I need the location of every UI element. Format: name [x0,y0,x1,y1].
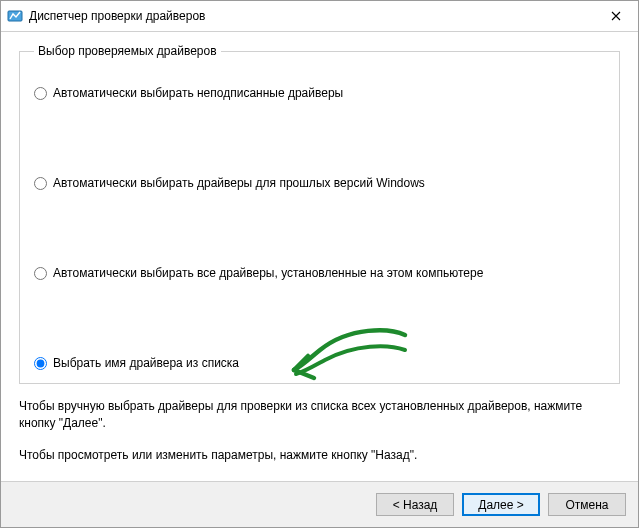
group-legend: Выбор проверяемых драйверов [34,44,221,58]
help-text-p2: Чтобы просмотреть или изменить параметры… [19,447,620,464]
radio-unsigned-label[interactable]: Автоматически выбирать неподписанные дра… [53,86,343,100]
radio-alldrivers[interactable] [34,267,47,280]
radio-row-fromlist: Выбрать имя драйвера из списка [34,356,239,370]
close-icon [611,11,621,21]
close-button[interactable] [593,1,638,31]
radio-fromlist[interactable] [34,357,47,370]
next-button[interactable]: Далее > [462,493,540,516]
dialog-window: Диспетчер проверки драйверов Выбор прове… [0,0,639,528]
radio-row-oldwin: Автоматически выбирать драйверы для прош… [34,176,425,190]
radio-oldwin-label[interactable]: Автоматически выбирать драйверы для прош… [53,176,425,190]
help-text-p1: Чтобы вручную выбрать драйверы для прове… [19,398,620,433]
radio-unsigned[interactable] [34,87,47,100]
window-title: Диспетчер проверки драйверов [29,9,205,23]
client-area: Выбор проверяемых драйверов Автоматическ… [1,32,638,481]
driver-selection-group: Выбор проверяемых драйверов Автоматическ… [19,44,620,384]
titlebar: Диспетчер проверки драйверов [1,1,638,32]
radio-alldrivers-label[interactable]: Автоматически выбирать все драйверы, уст… [53,266,483,280]
back-button[interactable]: < Назад [376,493,454,516]
radio-row-alldrivers: Автоматически выбирать все драйверы, уст… [34,266,483,280]
app-icon [7,8,23,24]
radio-oldwin[interactable] [34,177,47,190]
radio-fromlist-label[interactable]: Выбрать имя драйвера из списка [53,356,239,370]
cancel-button[interactable]: Отмена [548,493,626,516]
wizard-footer: < Назад Далее > Отмена [1,481,638,527]
help-text: Чтобы вручную выбрать драйверы для прове… [19,398,620,464]
arrow-annotation [280,320,410,390]
radio-row-unsigned: Автоматически выбирать неподписанные дра… [34,86,343,100]
